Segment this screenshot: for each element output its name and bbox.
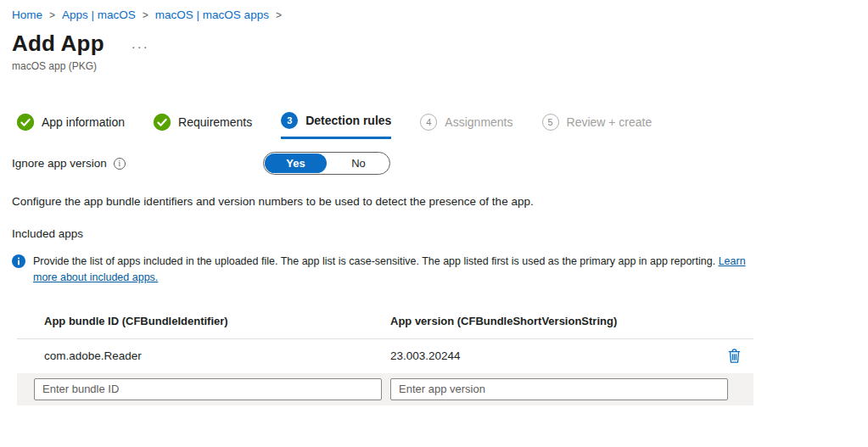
step-label: Detection rules xyxy=(305,114,391,127)
trash-icon xyxy=(728,349,741,363)
info-icon[interactable]: i xyxy=(114,158,126,170)
included-apps-label: Included apps xyxy=(12,227,868,240)
ignore-app-version-label: Ignore app version xyxy=(12,157,107,170)
included-apps-table: App bundle ID (CFBundleIdentifier) App v… xyxy=(17,307,753,405)
delete-row-button[interactable] xyxy=(724,346,744,366)
breadcrumb: Home > Apps | macOS > macOS | macOS apps… xyxy=(12,8,868,21)
bundle-id-input[interactable] xyxy=(34,378,382,400)
check-icon xyxy=(154,114,171,131)
step-number-badge: 3 xyxy=(281,112,298,129)
breadcrumb-separator: > xyxy=(143,9,148,21)
info-banner: Provide the list of apps included in the… xyxy=(12,254,767,286)
detection-description: Configure the app bundle identifiers and… xyxy=(12,195,868,208)
cell-app-version: 23.003.20244 xyxy=(390,349,714,362)
wizard-stepper: App information Detection rules Requirem… xyxy=(17,112,868,139)
more-options-icon[interactable]: ··· xyxy=(132,35,149,53)
cell-bundle-id: com.adobe.Reader xyxy=(17,349,390,362)
table-row: com.adobe.Reader 23.003.20244 xyxy=(17,339,753,373)
step-label: Review + create xyxy=(567,115,652,129)
page-subtitle: macOS app (PKG) xyxy=(12,60,868,72)
step-requirements[interactable]: Detection rules Requirements xyxy=(154,112,252,139)
check-icon xyxy=(17,114,34,131)
column-header-app-version: App version (CFBundleShortVersionString) xyxy=(390,315,714,327)
step-label: App information xyxy=(42,115,125,129)
table-header: App bundle ID (CFBundleIdentifier) App v… xyxy=(17,307,753,339)
new-entry-row xyxy=(17,373,753,405)
step-number-badge: 4 xyxy=(420,114,437,131)
toggle-option-yes[interactable]: Yes xyxy=(265,154,327,173)
info-banner-message: Provide the list of apps included in the… xyxy=(33,255,715,267)
toggle-option-no[interactable]: No xyxy=(328,153,389,174)
breadcrumb-separator: > xyxy=(49,9,55,21)
info-banner-text: Provide the list of apps included in the… xyxy=(33,254,767,286)
step-review-create[interactable]: 5 Review + create xyxy=(542,112,652,139)
app-version-input[interactable] xyxy=(390,378,728,400)
breadcrumb-separator: > xyxy=(276,9,282,21)
breadcrumb-home[interactable]: Home xyxy=(12,8,42,21)
column-header-bundle-id: App bundle ID (CFBundleIdentifier) xyxy=(17,315,390,327)
ignore-app-version-row: Ignore app version i Yes No xyxy=(12,152,868,175)
step-detection-rules[interactable]: 3 Detection rules xyxy=(281,112,391,139)
step-number-badge: 5 xyxy=(542,114,559,131)
breadcrumb-macos-apps[interactable]: macOS | macOS apps xyxy=(155,8,269,21)
ignore-app-version-toggle: Yes No xyxy=(263,152,390,175)
page-title: Add App xyxy=(12,31,104,57)
page-header: Add App ··· xyxy=(12,31,868,57)
step-label: Requirements xyxy=(178,115,252,129)
step-app-information[interactable]: App information xyxy=(17,112,125,139)
step-label: Assignments xyxy=(445,115,512,129)
info-filled-icon xyxy=(12,254,25,286)
step-assignments[interactable]: 4 Assignments xyxy=(420,112,512,139)
breadcrumb-apps-macos[interactable]: Apps | macOS xyxy=(62,8,136,21)
